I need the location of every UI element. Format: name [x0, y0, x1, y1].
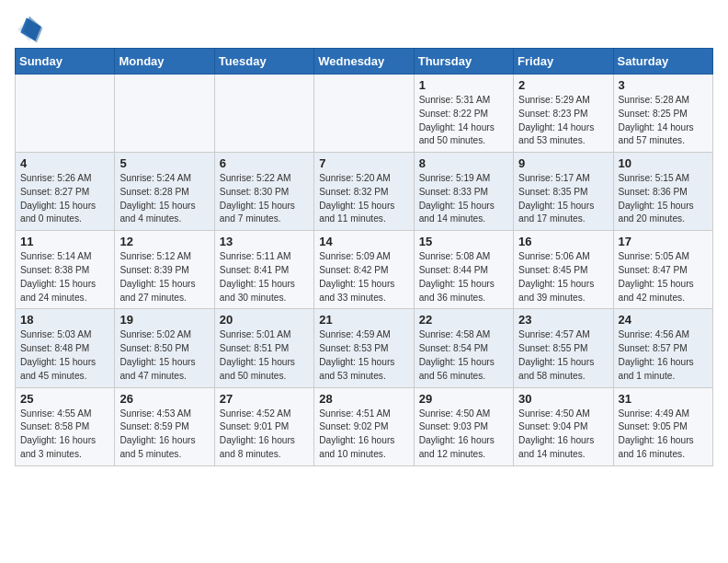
day-number: 8 — [419, 156, 508, 170]
day-number: 17 — [619, 235, 708, 248]
day-number: 2 — [518, 78, 608, 92]
day-number: 28 — [319, 392, 408, 406]
day-header-tuesday: Tuesday — [214, 49, 313, 75]
cell-content: Sunrise: 4:58 AM Sunset: 8:54 PM Dayligh… — [419, 328, 508, 383]
day-header-monday: Monday — [115, 49, 214, 75]
day-header-thursday: Thursday — [414, 49, 513, 75]
day-number: 11 — [20, 235, 109, 248]
page-header — [15, 15, 713, 44]
cell-content: Sunrise: 4:57 AM Sunset: 8:55 PM Dayligh… — [518, 328, 608, 383]
cell-content: Sunrise: 5:06 AM Sunset: 8:45 PM Dayligh… — [518, 250, 608, 304]
day-header-wednesday: Wednesday — [314, 49, 414, 75]
day-number: 27 — [220, 392, 309, 406]
calendar-cell: 6Sunrise: 5:22 AM Sunset: 8:30 PM Daylig… — [214, 153, 313, 231]
calendar-cell: 16Sunrise: 5:06 AM Sunset: 8:45 PM Dayli… — [514, 231, 613, 309]
day-number: 22 — [419, 313, 508, 327]
day-number: 5 — [119, 156, 209, 170]
week-row-4: 18Sunrise: 5:03 AM Sunset: 8:48 PM Dayli… — [16, 309, 713, 387]
day-number: 20 — [220, 313, 309, 327]
day-number: 31 — [619, 392, 708, 406]
day-number: 7 — [319, 156, 408, 170]
day-header-friday: Friday — [514, 49, 613, 75]
logo — [15, 15, 48, 44]
calendar-cell: 2Sunrise: 5:29 AM Sunset: 8:23 PM Daylig… — [514, 75, 613, 153]
cell-content: Sunrise: 5:19 AM Sunset: 8:33 PM Dayligh… — [419, 172, 508, 226]
calendar-cell: 29Sunrise: 4:50 AM Sunset: 9:03 PM Dayli… — [414, 387, 513, 465]
cell-content: Sunrise: 5:17 AM Sunset: 8:35 PM Dayligh… — [518, 172, 608, 226]
cell-content: Sunrise: 4:50 AM Sunset: 9:04 PM Dayligh… — [518, 408, 608, 462]
calendar-cell: 9Sunrise: 5:17 AM Sunset: 8:35 PM Daylig… — [514, 153, 613, 231]
day-number: 9 — [518, 156, 608, 170]
calendar-cell: 23Sunrise: 4:57 AM Sunset: 8:55 PM Dayli… — [514, 309, 613, 387]
calendar-cell: 27Sunrise: 4:52 AM Sunset: 9:01 PM Dayli… — [214, 387, 313, 465]
day-header-sunday: Sunday — [16, 49, 115, 75]
day-number: 26 — [119, 392, 209, 406]
cell-content: Sunrise: 4:52 AM Sunset: 9:01 PM Dayligh… — [220, 408, 309, 462]
cell-content: Sunrise: 5:02 AM Sunset: 8:50 PM Dayligh… — [119, 328, 209, 383]
calendar-cell — [115, 75, 214, 153]
calendar-cell — [314, 75, 414, 153]
calendar-cell: 1Sunrise: 5:31 AM Sunset: 8:22 PM Daylig… — [414, 75, 513, 153]
week-row-2: 4Sunrise: 5:26 AM Sunset: 8:27 PM Daylig… — [16, 153, 713, 231]
calendar-cell — [214, 75, 313, 153]
day-number: 23 — [518, 313, 608, 327]
day-number: 3 — [619, 78, 708, 92]
calendar-cell: 21Sunrise: 4:59 AM Sunset: 8:53 PM Dayli… — [314, 309, 414, 387]
calendar-cell: 17Sunrise: 5:05 AM Sunset: 8:47 PM Dayli… — [613, 231, 712, 309]
calendar-cell: 20Sunrise: 5:01 AM Sunset: 8:51 PM Dayli… — [214, 309, 313, 387]
cell-content: Sunrise: 4:56 AM Sunset: 8:57 PM Dayligh… — [619, 328, 708, 383]
day-header-row: SundayMondayTuesdayWednesdayThursdayFrid… — [16, 49, 713, 75]
week-row-1: 1Sunrise: 5:31 AM Sunset: 8:22 PM Daylig… — [16, 75, 713, 153]
calendar-cell: 26Sunrise: 4:53 AM Sunset: 8:59 PM Dayli… — [115, 387, 214, 465]
cell-content: Sunrise: 5:15 AM Sunset: 8:36 PM Dayligh… — [619, 172, 708, 226]
cell-content: Sunrise: 5:20 AM Sunset: 8:32 PM Dayligh… — [319, 172, 408, 226]
calendar-cell: 24Sunrise: 4:56 AM Sunset: 8:57 PM Dayli… — [613, 309, 712, 387]
calendar-cell: 7Sunrise: 5:20 AM Sunset: 8:32 PM Daylig… — [314, 153, 414, 231]
calendar-cell: 19Sunrise: 5:02 AM Sunset: 8:50 PM Dayli… — [115, 309, 214, 387]
cell-content: Sunrise: 4:51 AM Sunset: 9:02 PM Dayligh… — [319, 408, 408, 462]
cell-content: Sunrise: 5:01 AM Sunset: 8:51 PM Dayligh… — [220, 328, 309, 383]
day-number: 18 — [20, 313, 109, 327]
calendar-cell: 11Sunrise: 5:14 AM Sunset: 8:38 PM Dayli… — [16, 231, 115, 309]
day-number: 16 — [518, 235, 608, 248]
cell-content: Sunrise: 5:14 AM Sunset: 8:38 PM Dayligh… — [20, 250, 109, 304]
cell-content: Sunrise: 5:24 AM Sunset: 8:28 PM Dayligh… — [119, 172, 209, 226]
day-number: 14 — [319, 235, 408, 248]
cell-content: Sunrise: 4:53 AM Sunset: 8:59 PM Dayligh… — [119, 408, 209, 462]
cell-content: Sunrise: 5:26 AM Sunset: 8:27 PM Dayligh… — [20, 172, 109, 226]
day-number: 24 — [619, 313, 708, 327]
calendar-cell: 22Sunrise: 4:58 AM Sunset: 8:54 PM Dayli… — [414, 309, 513, 387]
calendar-cell: 31Sunrise: 4:49 AM Sunset: 9:05 PM Dayli… — [613, 387, 712, 465]
calendar-cell — [16, 75, 115, 153]
day-number: 25 — [20, 392, 109, 406]
calendar-cell: 25Sunrise: 4:55 AM Sunset: 8:58 PM Dayli… — [16, 387, 115, 465]
calendar-cell: 8Sunrise: 5:19 AM Sunset: 8:33 PM Daylig… — [414, 153, 513, 231]
day-number: 15 — [419, 235, 508, 248]
calendar-cell: 4Sunrise: 5:26 AM Sunset: 8:27 PM Daylig… — [16, 153, 115, 231]
cell-content: Sunrise: 5:08 AM Sunset: 8:44 PM Dayligh… — [419, 250, 508, 304]
calendar-cell: 18Sunrise: 5:03 AM Sunset: 8:48 PM Dayli… — [16, 309, 115, 387]
week-row-3: 11Sunrise: 5:14 AM Sunset: 8:38 PM Dayli… — [16, 231, 713, 309]
cell-content: Sunrise: 5:05 AM Sunset: 8:47 PM Dayligh… — [619, 250, 708, 304]
calendar-cell: 5Sunrise: 5:24 AM Sunset: 8:28 PM Daylig… — [115, 153, 214, 231]
calendar-cell: 13Sunrise: 5:11 AM Sunset: 8:41 PM Dayli… — [214, 231, 313, 309]
calendar-cell: 10Sunrise: 5:15 AM Sunset: 8:36 PM Dayli… — [613, 153, 712, 231]
cell-content: Sunrise: 5:22 AM Sunset: 8:30 PM Dayligh… — [220, 172, 309, 226]
day-number: 4 — [20, 156, 109, 170]
day-number: 19 — [119, 313, 209, 327]
cell-content: Sunrise: 4:59 AM Sunset: 8:53 PM Dayligh… — [319, 328, 408, 383]
calendar-cell: 14Sunrise: 5:09 AM Sunset: 8:42 PM Dayli… — [314, 231, 414, 309]
day-number: 6 — [220, 156, 309, 170]
cell-content: Sunrise: 4:50 AM Sunset: 9:03 PM Dayligh… — [419, 408, 508, 462]
calendar-cell: 12Sunrise: 5:12 AM Sunset: 8:39 PM Dayli… — [115, 231, 214, 309]
cell-content: Sunrise: 5:28 AM Sunset: 8:25 PM Dayligh… — [619, 94, 708, 148]
cell-content: Sunrise: 5:09 AM Sunset: 8:42 PM Dayligh… — [319, 250, 408, 304]
cell-content: Sunrise: 4:55 AM Sunset: 8:58 PM Dayligh… — [20, 408, 109, 462]
day-number: 13 — [220, 235, 309, 248]
cell-content: Sunrise: 4:49 AM Sunset: 9:05 PM Dayligh… — [619, 408, 708, 462]
day-number: 21 — [319, 313, 408, 327]
calendar-cell: 3Sunrise: 5:28 AM Sunset: 8:25 PM Daylig… — [613, 75, 712, 153]
week-row-5: 25Sunrise: 4:55 AM Sunset: 8:58 PM Dayli… — [16, 387, 713, 465]
day-number: 10 — [619, 156, 708, 170]
calendar-table: SundayMondayTuesdayWednesdayThursdayFrid… — [15, 48, 713, 466]
